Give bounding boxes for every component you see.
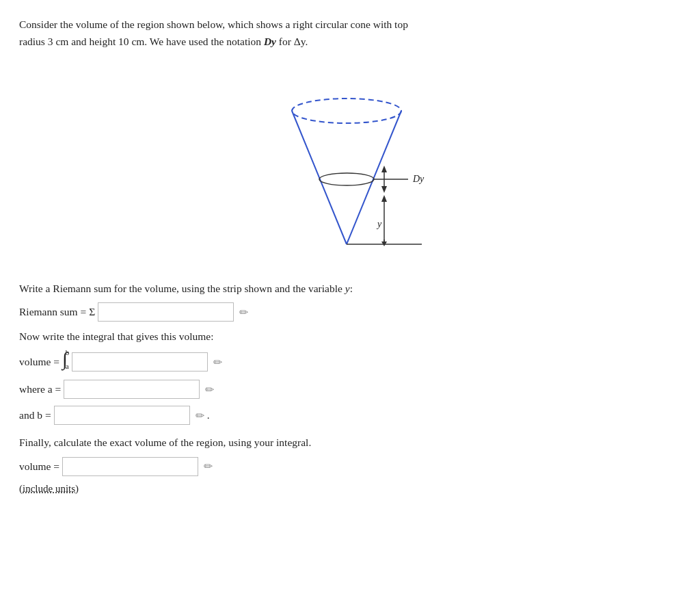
final-prompt: Finally, calculate the exact volume of t… (19, 434, 681, 452)
intro-paragraph: Consider the volume of the region shown … (19, 16, 681, 51)
integral-lower: a (66, 362, 69, 370)
integral-bounds: b a (66, 348, 70, 370)
riemann-pencil-button[interactable]: ✏︎ (239, 306, 248, 319)
and-b-row: and b = ✏︎ . (19, 406, 681, 425)
svg-line-1 (292, 111, 347, 244)
integral-prompt: Now write the integral that gives this v… (19, 328, 681, 345)
integral-label-start: volume = (19, 356, 59, 368)
where-a-row: where a = ✏︎ (19, 380, 681, 399)
period: . (207, 409, 210, 421)
integral-row: volume = ∫ b a ✏︎ (19, 351, 681, 373)
svg-marker-12 (381, 195, 387, 202)
svg-marker-7 (381, 166, 387, 172)
pencil-icon-2: ✏︎ (213, 356, 222, 369)
riemann-input[interactable] (98, 302, 234, 322)
integral-input[interactable] (72, 352, 208, 371)
dy-bold: Dy (264, 36, 276, 47)
integral-pencil-button[interactable]: ✏︎ (213, 356, 222, 369)
integral-symbol-area: ∫ b a (62, 351, 69, 373)
where-a-label: where a = (19, 383, 61, 395)
and-b-input[interactable] (54, 406, 190, 425)
include-units-note: (include units) (19, 483, 681, 495)
svg-text:Dy: Dy (412, 174, 425, 184)
intro-line2: radius 3 cm and height 10 cm. We have us… (19, 36, 264, 47)
pencil-icon: ✏︎ (239, 306, 248, 319)
svg-line-2 (347, 111, 401, 244)
and-b-pencil-button[interactable]: ✏︎ (196, 409, 204, 422)
integral-upper: b (66, 348, 70, 356)
final-volume-row: volume = ✏︎ (19, 457, 681, 476)
pencil-icon-5: ✏︎ (204, 460, 213, 473)
final-section: Finally, calculate the exact volume of t… (19, 434, 681, 495)
where-a-input[interactable] (64, 380, 200, 399)
riemann-prompt: Write a Riemann sum for the volume, usin… (19, 281, 681, 298)
intro-line1: Consider the volume of the region shown … (19, 18, 408, 30)
svg-text:y: y (376, 219, 382, 229)
svg-marker-9 (381, 186, 387, 193)
cone-diagram: Dy y (19, 63, 681, 268)
pencil-icon-3: ✏︎ (205, 383, 214, 396)
pencil-icon-4: ✏︎ (196, 409, 204, 422)
for-text: for (276, 36, 294, 47)
and-b-label: and b = (19, 409, 51, 421)
riemann-label: Riemann sum = Σ (19, 306, 95, 318)
riemann-row: Riemann sum = Σ ✏︎ (19, 302, 681, 322)
delta-y: Δy. (294, 36, 308, 47)
final-volume-input[interactable] (62, 457, 198, 476)
final-volume-label: volume = (19, 460, 59, 473)
include-units-link[interactable]: include units (23, 483, 75, 494)
svg-point-3 (319, 173, 374, 185)
where-a-pencil-button[interactable]: ✏︎ (205, 383, 214, 396)
svg-point-0 (292, 99, 401, 123)
final-pencil-button[interactable]: ✏︎ (204, 460, 213, 473)
